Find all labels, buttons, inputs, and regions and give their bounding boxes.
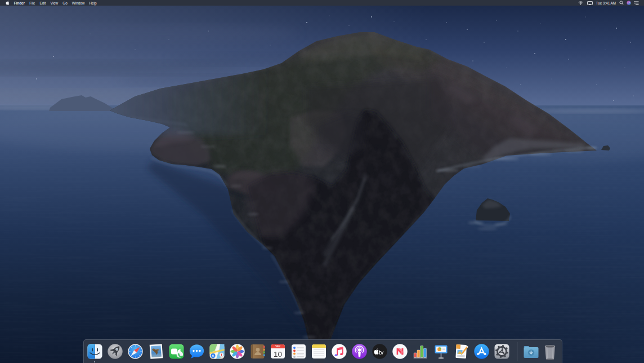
svg-text:SEP: SEP [275, 345, 280, 348]
svg-text:A: A [212, 354, 214, 357]
svg-text:10: 10 [274, 350, 282, 358]
svg-text:tv: tv [379, 349, 384, 356]
